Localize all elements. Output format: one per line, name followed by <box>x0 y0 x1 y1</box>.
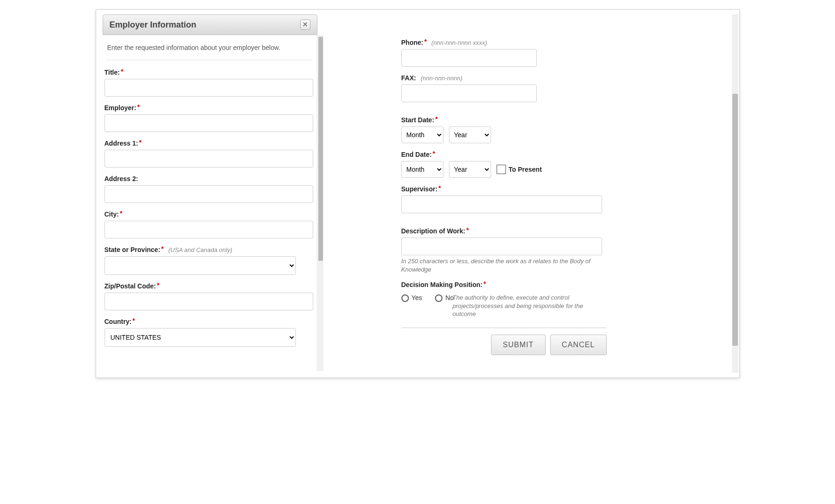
address2-label: Address 2: <box>105 175 138 182</box>
required-icon: * <box>437 184 441 192</box>
required-icon: * <box>132 317 135 324</box>
address1-label: Address 1: <box>105 140 138 147</box>
start-date-label: Start Date: <box>401 116 435 124</box>
city-input[interactable] <box>105 221 313 238</box>
fax-label: FAX: <box>401 74 416 82</box>
employer-label: Employer: <box>105 104 136 112</box>
required-icon: * <box>136 103 140 111</box>
zip-input[interactable] <box>105 293 313 310</box>
intro-text: Enter the requested information about yo… <box>105 35 312 60</box>
required-icon: * <box>483 280 486 287</box>
state-label: State or Province: <box>105 246 161 253</box>
title-input[interactable] <box>105 79 313 97</box>
to-present-label: To Present <box>509 166 542 173</box>
phone-hint: (nnn-nnn-nnnn xxxx) <box>428 39 487 46</box>
start-year-select[interactable]: Year <box>449 126 491 143</box>
fax-hint: (nnn-nnn-nnnn) <box>418 75 463 82</box>
decision-no-radio[interactable] <box>435 294 442 302</box>
submit-button[interactable]: SUBMIT <box>491 335 545 355</box>
description-label: Description of Work: <box>401 227 465 235</box>
phone-label: Phone: <box>401 39 423 46</box>
right-column: Phone:* (nnn-nnn-nnnn xxxx) FAX: (nnn-nn… <box>401 14 607 371</box>
required-icon: * <box>160 245 163 252</box>
outer-scrollbar[interactable] <box>732 14 738 373</box>
description-help: In 250 characters or less, describe the … <box>401 257 607 273</box>
end-date-label: End Date: <box>401 151 432 158</box>
to-present-checkbox[interactable] <box>497 165 506 174</box>
phone-input[interactable] <box>401 49 537 67</box>
left-scrollbar[interactable] <box>318 35 323 371</box>
dialog-header: Employer Information ✕ <box>103 14 317 35</box>
cancel-button[interactable]: CANCEL <box>550 335 607 355</box>
required-icon: * <box>434 115 437 123</box>
employer-input[interactable] <box>105 114 313 132</box>
dialog-title: Employer Information <box>110 20 196 30</box>
decision-help: The authority to define, execute and con… <box>401 294 607 318</box>
fax-input[interactable] <box>401 84 537 102</box>
state-select[interactable] <box>105 256 296 275</box>
required-icon: * <box>138 139 141 146</box>
decision-yes-radio[interactable] <box>401 294 409 302</box>
required-icon: * <box>432 150 435 157</box>
country-label: Country: <box>105 318 132 325</box>
dialog-footer: SUBMIT CANCEL <box>401 328 607 355</box>
zip-label: Zip/Postal Code: <box>105 282 156 290</box>
start-month-select[interactable]: Month <box>401 126 443 143</box>
description-input[interactable] <box>401 238 602 255</box>
title-label: Title: <box>105 69 120 76</box>
address2-input[interactable] <box>105 185 313 203</box>
close-icon[interactable]: ✕ <box>300 20 310 30</box>
end-year-select[interactable]: Year <box>449 161 491 178</box>
required-icon: * <box>465 226 469 234</box>
end-month-select[interactable]: Month <box>401 161 443 178</box>
required-icon: * <box>119 210 122 217</box>
city-label: City: <box>105 210 119 218</box>
supervisor-input[interactable] <box>401 196 602 213</box>
left-column: Employer Information ✕ Enter the request… <box>103 14 317 371</box>
state-hint: (USA and Canada only) <box>166 246 232 253</box>
supervisor-label: Supervisor: <box>401 185 438 193</box>
yes-label: Yes <box>412 294 422 301</box>
dialog-container: Employer Information ✕ Enter the request… <box>96 9 740 378</box>
required-icon: * <box>120 68 123 75</box>
required-icon: * <box>423 38 427 45</box>
required-icon: * <box>156 281 159 289</box>
address1-input[interactable] <box>105 150 313 168</box>
country-select[interactable]: UNITED STATES <box>105 328 296 347</box>
decision-label: Decision Making Position: <box>401 281 483 288</box>
